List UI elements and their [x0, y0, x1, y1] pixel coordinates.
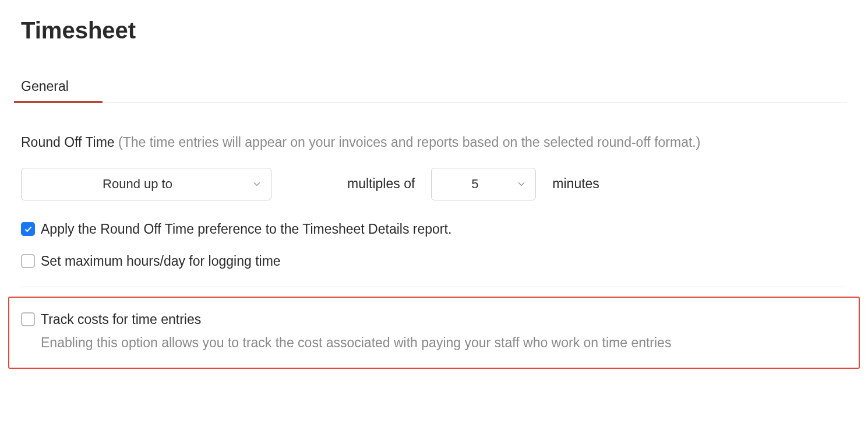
round-mode-select[interactable]: Round up to — [21, 168, 271, 200]
round-off-hint: (The time entries will appear on your in… — [118, 135, 700, 150]
apply-to-report-row: Apply the Round Off Time preference to t… — [21, 221, 847, 237]
apply-to-report-label: Apply the Round Off Time preference to t… — [41, 221, 451, 237]
minutes-label: minutes — [552, 176, 599, 192]
track-costs-hint: Enabling this option allows you to track… — [41, 333, 847, 353]
track-costs-checkbox[interactable] — [21, 312, 35, 326]
multiples-of-label: multiples of — [347, 176, 415, 192]
round-value-select[interactable]: 5 — [431, 168, 536, 200]
apply-to-report-checkbox[interactable] — [21, 222, 35, 236]
max-hours-label: Set maximum hours/day for logging time — [41, 253, 281, 269]
track-costs-highlight: Track costs for time entries Enabling th… — [8, 297, 860, 369]
track-costs-row: Track costs for time entries — [21, 312, 847, 327]
max-hours-checkbox[interactable] — [21, 254, 35, 268]
tab-general[interactable]: General — [21, 79, 69, 103]
tab-bar: General — [21, 79, 847, 103]
max-hours-row: Set maximum hours/day for logging time — [21, 253, 847, 269]
round-off-controls: Round up to multiples of 5 minutes — [21, 168, 847, 200]
divider — [21, 287, 847, 287]
page-title: Timesheet — [21, 17, 847, 44]
settings-content: Round Off Time (The time entries will ap… — [21, 103, 847, 369]
round-off-label: Round Off Time — [21, 135, 115, 150]
round-value-select-wrap: 5 — [431, 168, 536, 200]
round-mode-select-wrap: Round up to — [21, 168, 271, 200]
round-off-label-row: Round Off Time (The time entries will ap… — [21, 132, 847, 153]
track-costs-label: Track costs for time entries — [41, 312, 201, 327]
